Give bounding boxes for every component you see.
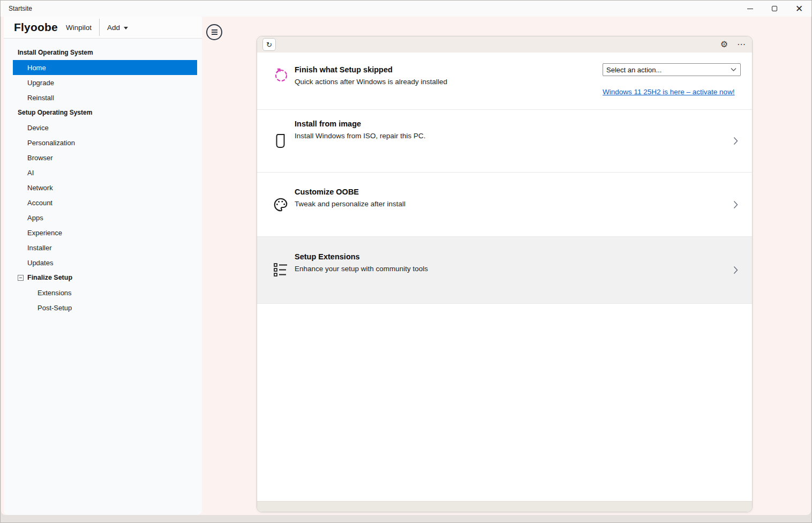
section-install-operating-system: Install Operating System — [4, 45, 202, 60]
row-title: Install from image — [295, 119, 426, 129]
sidebar-item-installer[interactable]: Installer — [4, 240, 202, 255]
palette-icon — [270, 197, 291, 213]
settings-button[interactable]: ⚙ — [720, 40, 728, 49]
sidebar-item-apps[interactable]: Apps — [4, 210, 202, 225]
sidebar: Flyoobe Winpilot Add Install Operating S… — [4, 17, 202, 515]
refresh-icon: ↻ — [266, 41, 272, 48]
empty-area — [257, 304, 752, 501]
maximize-button[interactable] — [762, 1, 787, 17]
sidebar-nav: Install Operating System Home Upgrade Re… — [4, 39, 202, 315]
sidebar-item-updates[interactable]: Updates — [4, 255, 202, 270]
sidebar-item-upgrade[interactable]: Upgrade — [4, 75, 202, 90]
close-icon: ✕ — [795, 4, 803, 13]
setup-extensions-row[interactable]: Setup Extensions Enhance your setup with… — [257, 237, 752, 304]
action-select-wrap: Select an action... — [603, 63, 741, 76]
row-title: Finish what Setup skipped — [295, 65, 447, 75]
collapse-toggle-icon[interactable] — [18, 275, 24, 281]
chevron-right-icon — [733, 200, 752, 209]
section-setup-operating-system: Setup Operating System — [4, 105, 202, 120]
close-button[interactable]: ✕ — [787, 1, 811, 17]
row-subtitle: Quick actions after Windows is already i… — [295, 77, 447, 87]
window-content: Flyoobe Winpilot Add Install Operating S… — [1, 17, 811, 515]
more-options-button[interactable]: ⋯ — [737, 40, 746, 49]
sidebar-item-reinstall[interactable]: Reinstall — [4, 90, 202, 105]
sidebar-item-experience[interactable]: Experience — [4, 225, 202, 240]
gear-icon: ⚙ — [720, 39, 728, 49]
customize-oobe-row[interactable]: Customize OOBE Tweak and personalize aft… — [257, 173, 752, 237]
customize-oobe-text: Customize OOBE Tweak and personalize aft… — [295, 173, 405, 236]
document-icon — [270, 132, 291, 150]
action-select[interactable]: Select an action... — [603, 63, 741, 76]
sidebar-item-device[interactable]: Device — [4, 120, 202, 135]
hamburger-icon — [212, 29, 217, 31]
setup-extensions-text: Setup Extensions Enhance your setup with… — [295, 237, 428, 303]
menu-button[interactable] — [206, 24, 222, 40]
header-divider — [99, 19, 100, 36]
title-bar: Startsite ✕ — [1, 1, 811, 17]
install-from-image-text: Install from image Install Windows from … — [295, 110, 426, 172]
sidebar-item-account[interactable]: Account — [4, 195, 202, 210]
row-title: Customize OOBE — [295, 187, 405, 197]
sidebar-item-browser[interactable]: Browser — [4, 150, 202, 165]
dashed-refresh-circle-icon — [270, 65, 291, 83]
maximize-icon — [772, 6, 777, 11]
chevron-right-icon — [733, 266, 752, 274]
finalize-setup-label: Finalize Setup — [27, 274, 72, 281]
card-footer — [257, 501, 752, 512]
install-from-image-row[interactable]: Install from image Install Windows from … — [257, 110, 752, 173]
sidebar-item-extensions[interactable]: Extensions — [4, 285, 202, 300]
refresh-button[interactable]: ↻ — [262, 38, 276, 51]
quick-actions-text: Finish what Setup skipped Quick actions … — [295, 53, 447, 109]
app-window: Startsite ✕ Flyoobe Winpilot Add — [0, 0, 812, 523]
minimize-icon — [747, 9, 753, 9]
chevron-right-icon — [733, 137, 752, 145]
app-brand: Flyoobe — [14, 21, 58, 34]
row-title: Setup Extensions — [295, 252, 428, 262]
sidebar-item-ai[interactable]: AI — [4, 165, 202, 180]
chevron-down-icon — [124, 27, 128, 29]
toolbar-right: ⚙ ⋯ — [720, 40, 746, 49]
window-title: Startsite — [1, 5, 32, 12]
activate-link[interactable]: Windows 11 25H2 is here – activate now! — [603, 88, 741, 96]
quick-actions-row: Finish what Setup skipped Quick actions … — [257, 53, 752, 110]
main-panel: ↻ ⚙ ⋯ Finish what — [257, 36, 753, 512]
add-label: Add — [107, 24, 120, 32]
list-icon — [270, 262, 291, 279]
ellipsis-icon: ⋯ — [737, 39, 746, 49]
row-subtitle: Install Windows from ISO, repair this PC… — [295, 131, 426, 141]
winpilot-button[interactable]: Winpilot — [66, 24, 92, 32]
sidebar-item-personalization[interactable]: Personalization — [4, 135, 202, 150]
sidebar-item-network[interactable]: Network — [4, 180, 202, 195]
sidebar-header: Flyoobe Winpilot Add — [4, 17, 202, 39]
quick-actions-controls: Select an action... Windows 11 25H2 is h… — [603, 53, 741, 109]
main-rows: Finish what Setup skipped Quick actions … — [257, 53, 752, 501]
minimize-button[interactable] — [738, 1, 762, 17]
main-toolbar: ↻ ⚙ ⋯ — [257, 36, 752, 53]
row-subtitle: Enhance your setup with community tools — [295, 264, 428, 274]
add-dropdown-button[interactable]: Add — [107, 24, 128, 32]
sidebar-group-finalize-setup[interactable]: Finalize Setup — [4, 270, 202, 285]
row-subtitle: Tweak and personalize after install — [295, 199, 405, 209]
window-controls: ✕ — [738, 1, 811, 17]
sidebar-item-home[interactable]: Home — [13, 60, 197, 75]
sidebar-item-post-setup[interactable]: Post-Setup — [4, 300, 202, 315]
